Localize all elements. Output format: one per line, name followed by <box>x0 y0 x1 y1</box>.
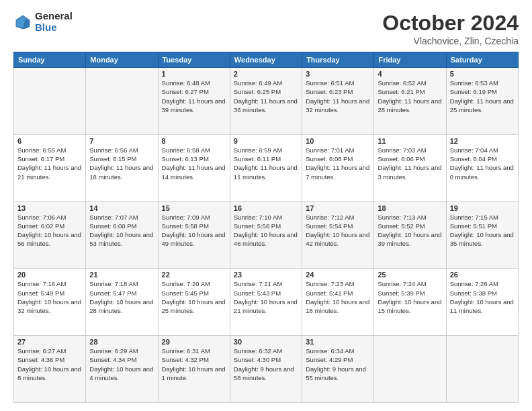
day-info: Sunrise: 7:23 AMSunset: 5:41 PMDaylight:… <box>306 279 370 315</box>
day-cell: 17Sunrise: 7:12 AMSunset: 5:54 PMDayligh… <box>302 201 374 269</box>
day-info: Sunrise: 7:21 AMSunset: 5:43 PMDaylight:… <box>234 279 298 315</box>
sunset: Sunset: 5:43 PM <box>234 289 298 298</box>
day-number: 5 <box>450 70 515 78</box>
sunset: Sunset: 6:04 PM <box>450 154 515 163</box>
day-cell: 24Sunrise: 7:23 AMSunset: 5:41 PMDayligh… <box>302 269 374 336</box>
sunrise: Sunrise: 7:20 AM <box>162 279 226 288</box>
day-info: Sunrise: 6:53 AMSunset: 6:19 PMDaylight:… <box>450 79 515 114</box>
day-info: Sunrise: 6:58 AMSunset: 6:13 PMDaylight:… <box>162 146 226 181</box>
day-number: 27 <box>17 338 82 346</box>
day-info: Sunrise: 6:48 AMSunset: 6:27 PMDaylight:… <box>162 79 226 114</box>
day-of-week-monday: Monday <box>86 52 158 68</box>
day-number: 4 <box>378 70 442 78</box>
daylight-hours: Daylight: 11 hours and 18 minutes. <box>89 163 154 181</box>
day-number: 13 <box>17 204 82 212</box>
sunrise: Sunrise: 6:27 AM <box>17 347 82 355</box>
day-cell: 10Sunrise: 7:01 AMSunset: 6:08 PMDayligh… <box>302 134 374 201</box>
logo-icon <box>13 13 32 32</box>
day-info: Sunrise: 7:20 AMSunset: 5:45 PMDaylight:… <box>162 279 226 315</box>
day-info: Sunrise: 6:27 AMSunset: 4:36 PMDaylight:… <box>17 347 82 382</box>
sunset: Sunset: 6:17 PM <box>17 154 82 163</box>
sunset: Sunset: 6:11 PM <box>234 154 298 163</box>
day-cell: 16Sunrise: 7:10 AMSunset: 5:56 PMDayligh… <box>230 201 302 269</box>
day-info: Sunrise: 6:51 AMSunset: 6:23 PMDaylight:… <box>306 79 370 114</box>
daylight-hours: Daylight: 10 hours and 15 minutes. <box>378 298 442 316</box>
daylight-hours: Daylight: 10 hours and 46 minutes. <box>234 230 298 248</box>
day-info: Sunrise: 7:24 AMSunset: 5:39 PMDaylight:… <box>378 279 442 315</box>
daylight-hours: Daylight: 10 hours and 42 minutes. <box>306 230 370 248</box>
day-cell: 31Sunrise: 6:34 AMSunset: 4:29 PMDayligh… <box>302 336 374 403</box>
day-number: 1 <box>162 70 226 78</box>
day-number: 21 <box>89 271 154 279</box>
sunset: Sunset: 6:25 PM <box>234 87 298 96</box>
daylight-hours: Daylight: 10 hours and 25 minutes. <box>162 298 226 316</box>
day-info: Sunrise: 7:03 AMSunset: 6:06 PMDaylight:… <box>378 146 442 181</box>
day-cell: 30Sunrise: 6:32 AMSunset: 4:30 PMDayligh… <box>230 336 302 403</box>
sunrise: Sunrise: 7:15 AM <box>450 213 515 222</box>
day-info: Sunrise: 6:34 AMSunset: 4:29 PMDaylight:… <box>306 347 370 382</box>
day-number: 26 <box>450 271 515 279</box>
daylight-hours: Daylight: 11 hours and 14 minutes. <box>162 163 226 181</box>
sunrise: Sunrise: 6:32 AM <box>234 347 298 355</box>
daylight-hours: Daylight: 10 hours and 28 minutes. <box>89 298 154 316</box>
day-info: Sunrise: 7:15 AMSunset: 5:51 PMDaylight:… <box>450 213 515 248</box>
day-number: 18 <box>378 204 442 212</box>
week-row-1: 1Sunrise: 6:48 AMSunset: 6:27 PMDaylight… <box>14 68 519 135</box>
logo: General Blue <box>13 11 73 33</box>
daylight-hours: Daylight: 10 hours and 32 minutes. <box>17 298 82 316</box>
sunrise: Sunrise: 6:51 AM <box>306 79 370 87</box>
day-info: Sunrise: 7:01 AMSunset: 6:08 PMDaylight:… <box>306 146 370 181</box>
sunset: Sunset: 5:52 PM <box>378 222 442 230</box>
day-cell: 28Sunrise: 6:29 AMSunset: 4:34 PMDayligh… <box>86 336 158 403</box>
sunset: Sunset: 6:21 PM <box>378 87 442 96</box>
day-cell: 14Sunrise: 7:07 AMSunset: 6:00 PMDayligh… <box>86 201 158 269</box>
daylight-hours: Daylight: 10 hours and 56 minutes. <box>17 230 82 248</box>
day-number: 30 <box>234 338 298 346</box>
sunset: Sunset: 5:58 PM <box>162 222 226 230</box>
day-number: 23 <box>234 271 298 279</box>
sunset: Sunset: 6:15 PM <box>89 154 154 163</box>
logo-general-text: General <box>35 11 73 22</box>
day-number: 19 <box>450 204 515 212</box>
daylight-hours: Daylight: 10 hours and 4 minutes. <box>89 365 154 383</box>
sunrise: Sunrise: 6:52 AM <box>378 79 442 87</box>
page: General Blue October 2024 Vlachovice, Zl… <box>0 0 532 411</box>
daylight-hours: Daylight: 11 hours and 39 minutes. <box>162 97 226 115</box>
day-cell: 21Sunrise: 7:18 AMSunset: 5:47 PMDayligh… <box>86 269 158 336</box>
daylight-hours: Daylight: 10 hours and 39 minutes. <box>378 230 442 248</box>
day-number: 17 <box>306 204 370 212</box>
day-number: 8 <box>162 137 226 145</box>
week-row-5: 27Sunrise: 6:27 AMSunset: 4:36 PMDayligh… <box>14 336 519 403</box>
daylight-hours: Daylight: 10 hours and 21 minutes. <box>234 298 298 316</box>
day-info: Sunrise: 6:32 AMSunset: 4:30 PMDaylight:… <box>234 347 298 382</box>
daylight-hours: Daylight: 11 hours and 32 minutes. <box>306 97 370 115</box>
daylight-hours: Daylight: 11 hours and 11 minutes. <box>234 163 298 181</box>
day-cell: 5Sunrise: 6:53 AMSunset: 6:19 PMDaylight… <box>446 68 518 135</box>
day-number: 16 <box>234 204 298 212</box>
sunset: Sunset: 5:39 PM <box>378 289 442 298</box>
sunrise: Sunrise: 7:06 AM <box>17 213 82 222</box>
header: General Blue October 2024 Vlachovice, Zl… <box>13 11 519 46</box>
daylight-hours: Daylight: 10 hours and 8 minutes. <box>17 365 82 383</box>
sunset: Sunset: 5:56 PM <box>234 222 298 230</box>
calendar: SundayMondayTuesdayWednesdayThursdayFrid… <box>13 52 519 403</box>
week-row-3: 13Sunrise: 7:06 AMSunset: 6:02 PMDayligh… <box>14 201 519 269</box>
daylight-hours: Daylight: 11 hours and 0 minutes. <box>450 163 515 181</box>
daylight-hours: Daylight: 9 hours and 58 minutes. <box>234 365 298 383</box>
day-of-week-friday: Friday <box>374 52 446 68</box>
sunset: Sunset: 5:45 PM <box>162 289 226 298</box>
daylight-hours: Daylight: 11 hours and 7 minutes. <box>306 163 370 181</box>
day-info: Sunrise: 7:13 AMSunset: 5:52 PMDaylight:… <box>378 213 442 248</box>
day-number: 22 <box>162 271 226 279</box>
day-info: Sunrise: 7:09 AMSunset: 5:58 PMDaylight:… <box>162 213 226 248</box>
daylight-hours: Daylight: 11 hours and 21 minutes. <box>17 163 82 181</box>
day-info: Sunrise: 7:07 AMSunset: 6:00 PMDaylight:… <box>89 213 154 248</box>
sunset: Sunset: 6:08 PM <box>306 154 370 163</box>
calendar-body: 1Sunrise: 6:48 AMSunset: 6:27 PMDaylight… <box>14 68 519 403</box>
logo-text: General Blue <box>35 11 73 33</box>
day-info: Sunrise: 7:16 AMSunset: 5:49 PMDaylight:… <box>17 279 82 315</box>
day-cell: 29Sunrise: 6:31 AMSunset: 4:32 PMDayligh… <box>158 336 230 403</box>
sunset: Sunset: 6:19 PM <box>450 87 515 96</box>
day-cell: 7Sunrise: 6:56 AMSunset: 6:15 PMDaylight… <box>86 134 158 201</box>
day-cell: 22Sunrise: 7:20 AMSunset: 5:45 PMDayligh… <box>158 269 230 336</box>
